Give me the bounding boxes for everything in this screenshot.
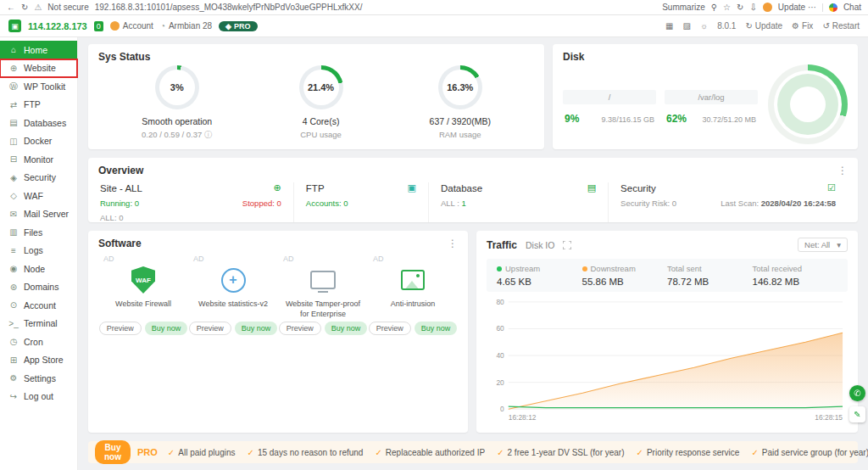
clock-icon: ◷ — [8, 337, 19, 346]
tamper-proof-icon — [310, 271, 336, 289]
sidebar-item-wp-toolkit[interactable]: ⓌWP Toolkit — [0, 77, 77, 96]
software-item-website-statistics-v2: AD+Website statistics-v2PreviewBuy now — [188, 255, 278, 335]
overview-database[interactable]: Database ▤ ALL : 1 — [428, 182, 608, 222]
gauge-sub: RAM usage — [430, 130, 491, 139]
sidebar-item-cron[interactable]: ◷Cron — [0, 333, 77, 351]
terminal-icon: >_ — [8, 319, 19, 328]
gauge-ring: 3% — [155, 65, 199, 109]
gauge-label: 4 Core(s) — [299, 116, 343, 126]
chat-label[interactable]: Chat — [843, 3, 861, 12]
restart-button[interactable]: ↺ Restart — [822, 21, 860, 31]
preview-button[interactable]: Preview — [99, 322, 142, 335]
buy-now-button[interactable]: Buy now — [95, 440, 131, 464]
gauge-label: 637 / 3920(MB) — [430, 116, 491, 126]
wallpaper-icon[interactable]: ▨ — [683, 21, 691, 31]
ftp-accounts-value: 0 — [343, 199, 348, 208]
traffic-stat-total-sent: Total sent78.72 MB — [667, 264, 753, 287]
layout-icon[interactable]: ▦ — [665, 21, 673, 31]
history-icon[interactable]: ↻ — [737, 3, 743, 12]
buy-now-button[interactable]: Buy now — [235, 322, 278, 335]
server-ip[interactable]: 114.122.8.173 — [28, 21, 87, 31]
sidebar-item-terminal[interactable]: >_Terminal — [0, 315, 77, 333]
fix-label: Fix — [802, 21, 813, 31]
sidebar-item-node[interactable]: ◉Node — [0, 260, 77, 278]
disk-body: /9%9.38/116.15 GB/var/log62%30.72/51.20 … — [563, 63, 848, 144]
feedback-float-button[interactable]: ✎ — [849, 406, 865, 422]
sidebar-item-account[interactable]: ⊙Account — [0, 296, 77, 315]
browser-update-label[interactable]: Update ··· — [778, 3, 816, 12]
overview-site[interactable]: Site - ALL ⊕ Running: 0 Stopped: 0 ALL: … — [98, 182, 293, 222]
sidebar-item-monitor[interactable]: ⊟Monitor — [0, 150, 77, 169]
sidebar-item-security[interactable]: ◈Security — [0, 169, 77, 187]
ad-label: AD — [103, 255, 114, 263]
message-count-badge[interactable]: 0 — [94, 21, 103, 31]
preview-button[interactable]: Preview — [279, 322, 321, 335]
check-icon: ✓ — [248, 448, 254, 457]
summarize-label[interactable]: Summarize — [662, 3, 705, 12]
chat-icon[interactable] — [829, 3, 837, 12]
expand-icon[interactable] — [563, 241, 571, 249]
search-icon[interactable]: ⚲ — [711, 3, 717, 12]
pro-badge[interactable]: ◈ PRO — [219, 21, 257, 31]
fix-button[interactable]: ⚙ Fix — [792, 21, 813, 31]
running-label: Running: — [100, 199, 132, 208]
support-float-button[interactable]: ✆ — [849, 385, 865, 401]
download-icon[interactable]: ⇩ — [749, 3, 756, 12]
benefit-text: All paid plugins — [178, 448, 235, 457]
sys-gauge: 3%Smooth operation0.20 / 0.59 / 0.37 ⓘ — [142, 65, 212, 141]
waf-shield-icon: WAF — [131, 266, 155, 294]
database-icon: ▤ — [8, 118, 19, 127]
top-row: Sys Status 3%Smooth operation0.20 / 0.59… — [88, 44, 858, 149]
buy-now-button[interactable]: Buy now — [325, 322, 368, 335]
net-select[interactable]: Net: All ▾ — [798, 238, 848, 252]
preview-button[interactable]: Preview — [189, 322, 231, 335]
svg-text:40: 40 — [496, 351, 504, 360]
preview-button[interactable]: Preview — [369, 322, 411, 335]
svg-text:20: 20 — [496, 378, 504, 387]
sidebar-item-ftp[interactable]: ⇄FTP — [0, 96, 77, 115]
overview-menu-icon[interactable]: ⋮ — [837, 165, 848, 176]
sidebar-item-waf[interactable]: ◇WAF — [0, 187, 77, 205]
os-pill[interactable]: ◔ Armbian 28 — [160, 21, 212, 31]
sidebar-item-files[interactable]: ▥Files — [0, 223, 77, 242]
address-bar[interactable]: 192.168.8.31:10101/apsess_MO438wkelyfPrN… — [95, 3, 363, 12]
sidebar-item-app-store[interactable]: ⊞App Store — [0, 351, 77, 370]
sidebar-item-settings[interactable]: ⚙Settings — [0, 369, 77, 388]
avatar[interactable] — [763, 3, 772, 12]
sidebar-item-logs[interactable]: ≡Logs — [0, 242, 77, 260]
sidebar-item-domains[interactable]: ⊛Domains — [0, 278, 77, 297]
buy-now-button[interactable]: Buy now — [145, 322, 188, 335]
ftp-accounts-label: Accounts: — [306, 199, 342, 208]
theme-icon[interactable]: ☼ — [700, 21, 708, 31]
os-icon: ◔ — [160, 21, 165, 31]
app-topbar: ▣ 114.122.8.173 0 Account ◔ Armbian 28 ◈… — [0, 15, 868, 37]
overview-security[interactable]: Security ☑ Security Risk: 0 Last Scan: 2… — [608, 182, 848, 222]
sidebar-item-label: Logs — [24, 245, 43, 255]
update-button[interactable]: ↻ Update — [745, 21, 782, 31]
gauge-percent: 16.3% — [447, 82, 473, 92]
gauge-sub: 0.20 / 0.59 / 0.37 ⓘ — [142, 130, 212, 141]
buy-now-button[interactable]: Buy now — [415, 322, 458, 335]
sidebar-item-log-out[interactable]: ↪Log out — [0, 388, 77, 406]
ad-label: AD — [283, 255, 294, 263]
star-icon[interactable]: ☆ — [723, 3, 731, 12]
panel-logo-icon: ▣ — [8, 20, 21, 32]
reload-icon[interactable]: ↻ — [21, 3, 28, 12]
overview-ftp[interactable]: FTP ▣ Accounts: 0 — [293, 182, 428, 222]
node-icon: ◉ — [8, 264, 19, 273]
sidebar-item-docker[interactable]: ◫Docker — [0, 132, 77, 151]
sidebar-item-home[interactable]: ⌂Home — [0, 41, 77, 59]
back-icon[interactable]: ← — [7, 3, 15, 12]
software-menu-icon[interactable]: ⋮ — [448, 238, 458, 249]
sidebar-item-website[interactable]: ⊕Website — [0, 59, 77, 78]
sidebar-item-databases[interactable]: ▤Databases — [0, 114, 77, 132]
legend-dot — [497, 266, 502, 271]
panel-version: 8.0.1 — [717, 21, 736, 31]
traffic-tab[interactable]: Traffic — [487, 239, 517, 251]
disk-io-tab[interactable]: Disk IO — [526, 240, 554, 250]
sidebar-item-label: FTP — [24, 99, 41, 109]
topbar-actions: ▦ ▨ ☼ 8.0.1 ↻ Update ⚙ Fix ↺ Restart — [665, 21, 860, 31]
sidebar-item-mail-server[interactable]: ✉Mail Server — [0, 205, 77, 224]
account-pill[interactable]: Account — [110, 21, 153, 31]
traffic-stat-value: 4.65 KB — [497, 277, 582, 287]
